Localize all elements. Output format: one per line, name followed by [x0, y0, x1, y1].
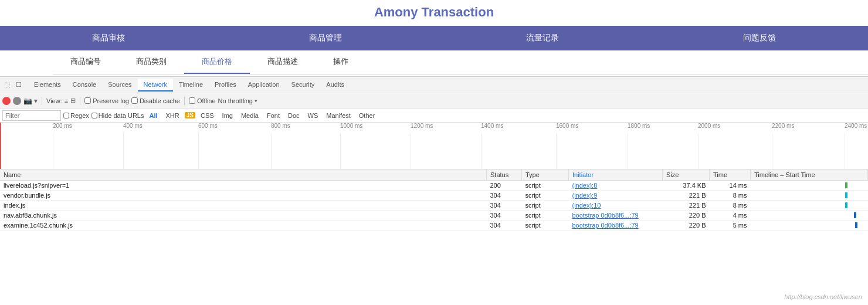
table-row[interactable]: examine.1c452.chunk.js304scriptbootstrap…	[0, 221, 868, 231]
timeline-grid-line	[411, 133, 411, 169]
nav-item-3[interactable]: 问题反馈	[651, 26, 868, 50]
timeline-grid-line	[698, 133, 699, 169]
tab-application[interactable]: Application	[242, 79, 286, 92]
tab-security[interactable]: Security	[286, 79, 321, 92]
filter-manifest[interactable]: Manifest	[323, 111, 354, 120]
cell-initiator[interactable]: (index):10	[569, 201, 663, 211]
table-row[interactable]: nav.abf8a.chunk.js304scriptbootstrap 0d0…	[0, 211, 868, 221]
timeline-mark: 400 ms	[123, 123, 143, 129]
watermark: http://blog.csdn.net/liwusen	[784, 293, 862, 300]
filter-bar: Regex Hide data URLs All XHR JS CSS Img …	[0, 109, 868, 123]
timeline-mark: 2000 ms	[698, 123, 720, 129]
throttle-label: No throttling	[218, 97, 253, 104]
js-badge[interactable]: JS	[185, 112, 195, 118]
filter-input[interactable]	[2, 110, 61, 121]
network-rows: livereload.js?snipver=1200script(index):…	[0, 181, 868, 231]
regex-check[interactable]: Regex	[63, 112, 89, 119]
col-timeline: Timeline – Start Time	[751, 170, 868, 181]
cursor-icon[interactable]: ⬚	[2, 80, 12, 90]
tab-timeline[interactable]: Timeline	[173, 79, 209, 92]
filter-media[interactable]: Media	[238, 111, 262, 120]
grid-view-icon[interactable]: ⊞	[70, 97, 76, 104]
timeline-grid-line	[271, 133, 272, 169]
cell-timeline	[751, 201, 868, 211]
regex-checkbox[interactable]	[63, 113, 69, 118]
cell-time: 8 ms	[710, 191, 751, 201]
timeline-mark: 2200 ms	[772, 123, 794, 129]
disable-cache-check[interactable]: Disable cache	[131, 97, 180, 104]
tab-sources[interactable]: Sources	[102, 79, 137, 92]
hide-data-label: Hide data URLs	[99, 112, 144, 119]
hide-data-check[interactable]: Hide data URLs	[91, 112, 144, 119]
filter-xhr[interactable]: XHR	[163, 111, 182, 120]
offline-check[interactable]: Offline	[189, 97, 216, 104]
disable-cache-checkbox[interactable]	[131, 97, 138, 104]
throttle-select-area[interactable]: No throttling ▾	[218, 97, 257, 104]
record-button[interactable]	[2, 97, 11, 105]
filter-all[interactable]: All	[146, 111, 160, 120]
sub-item-1[interactable]: 商品类别	[118, 50, 184, 74]
cell-name: examine.1c452.chunk.js	[0, 221, 487, 231]
timeline-grid-line	[845, 133, 845, 169]
sub-item-4[interactable]: 操作	[316, 50, 366, 74]
filter-doc[interactable]: Doc	[285, 111, 303, 120]
tab-network[interactable]: Network	[138, 79, 173, 92]
timeline-mark: 1000 ms	[340, 123, 362, 129]
throttle-dropdown-icon[interactable]: ▾	[255, 98, 257, 104]
devtools: ⬚ ☐ Elements Console Sources Network Tim…	[0, 76, 868, 294]
sub-item-2[interactable]: 商品价格	[184, 50, 250, 74]
table-row[interactable]: livereload.js?snipver=1200script(index):…	[0, 181, 868, 191]
col-time: Time	[710, 170, 751, 181]
cell-initiator[interactable]: (index):8	[569, 181, 663, 191]
hide-data-checkbox[interactable]	[91, 113, 97, 118]
sub-item-3[interactable]: 商品描述	[250, 50, 316, 74]
separator-3	[184, 97, 185, 105]
sub-item-0[interactable]: 商品编号	[53, 50, 118, 74]
cell-timeline	[751, 221, 868, 231]
tab-audits[interactable]: Audits	[320, 79, 350, 92]
timeline-mark: 1600 ms	[556, 123, 578, 129]
tab-console[interactable]: Console	[67, 79, 102, 92]
table-row[interactable]: vendor.bundle.js304script(index):9221 B8…	[0, 191, 868, 201]
nav-item-1[interactable]: 商品管理	[217, 26, 434, 50]
cell-name: nav.abf8a.chunk.js	[0, 211, 487, 221]
inspector-icon[interactable]: ☐	[14, 80, 23, 90]
filter-ws[interactable]: WS	[305, 111, 321, 120]
filter-font[interactable]: Font	[264, 111, 283, 120]
stop-button[interactable]	[13, 97, 21, 105]
cell-initiator[interactable]: bootstrap 0d0b8f6...:79	[569, 211, 663, 221]
tab-profiles[interactable]: Profiles	[209, 79, 242, 92]
col-status: Status	[487, 170, 522, 181]
cell-initiator[interactable]: bootstrap 0d0b8f6...:79	[569, 221, 663, 231]
table-row[interactable]: index.js304script(index):10221 B8 ms	[0, 201, 868, 211]
filter-css[interactable]: CSS	[198, 111, 217, 120]
timeline-mark: 1200 ms	[411, 123, 433, 129]
disable-cache-label: Disable cache	[140, 97, 180, 104]
devtools-icon-group: ⬚ ☐	[2, 80, 23, 90]
cell-status: 200	[487, 181, 522, 191]
filter-img[interactable]: Img	[219, 111, 236, 120]
regex-label: Regex	[70, 112, 89, 119]
preserve-log-check[interactable]: Preserve log	[84, 97, 129, 104]
camera-button[interactable]: 📷	[23, 97, 32, 105]
separator-1	[42, 97, 42, 105]
nav-item-2[interactable]: 流量记录	[434, 26, 651, 50]
cell-timeline	[751, 211, 868, 221]
cell-type: script	[522, 221, 569, 231]
filter-icon[interactable]: ▾	[34, 97, 38, 105]
filter-other[interactable]: Other	[356, 111, 378, 120]
preserve-log-checkbox[interactable]	[84, 97, 91, 104]
waterfall-bar	[845, 192, 847, 198]
tab-elements[interactable]: Elements	[28, 79, 67, 92]
cell-initiator[interactable]: (index):9	[569, 191, 663, 201]
timeline-grid-line	[772, 133, 772, 169]
sub-nav: 商品编号 商品类别 商品价格 商品描述 操作	[53, 50, 868, 74]
nav-item-0[interactable]: 商品审核	[0, 26, 217, 50]
timeline-red-line	[0, 123, 1, 169]
offline-checkbox[interactable]	[189, 97, 195, 104]
list-view-icon[interactable]: ≡	[65, 97, 68, 104]
waterfall-bar	[845, 202, 847, 208]
cell-time: 8 ms	[710, 201, 751, 211]
timeline-grid-line	[123, 133, 124, 169]
cell-type: script	[522, 181, 569, 191]
